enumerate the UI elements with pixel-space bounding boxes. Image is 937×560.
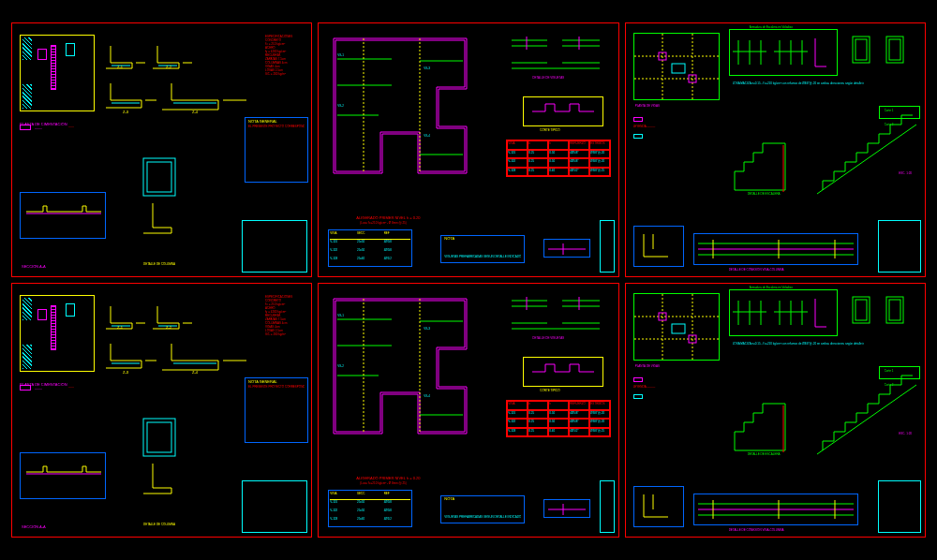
title-block	[878, 480, 921, 533]
z3-label: Z-3	[123, 370, 128, 375]
z4-label: Z-4	[192, 110, 198, 114]
drawing-sheet-grid: PLANTA DE CIMENTACION Z-1 Z-2 Z-3 Z-4 ES…	[0, 0, 937, 560]
title-block	[600, 220, 615, 273]
slab-plan	[326, 293, 495, 448]
notes-title: NOTA GENERAL	[248, 119, 277, 124]
rebar-detail	[733, 293, 834, 332]
stair-label: DETALLE DE ESCALERA	[748, 452, 781, 457]
armadura-title: Armadura de Escalera en Voladizo	[750, 286, 793, 290]
beam-plan-title: PLANTA DE VIGAS	[635, 104, 660, 109]
svg-rect-48	[143, 419, 175, 456]
detail-box-bl	[633, 226, 684, 267]
svg-rect-78	[889, 300, 900, 320]
slab-title: ALIGERADO PRIMER NIVEL h = 0.20	[356, 476, 420, 480]
title-block	[878, 220, 921, 273]
sheet-e1-top: PLANTA DE CIMENTACION Z-1 Z-2 Z-3 Z-4 ES…	[11, 22, 312, 277]
z4-label: Z-4	[192, 370, 198, 375]
stair-notes: LOSA MACIZA e=0.15 - f'c=210 kg/cm² con …	[733, 342, 864, 346]
footing-details	[106, 297, 256, 400]
svg-rect-49	[147, 422, 171, 452]
small-sections	[849, 33, 916, 72]
footing-details	[106, 37, 256, 140]
z2-label: Z-2	[166, 65, 171, 69]
legend-swatch	[20, 125, 31, 130]
beam-elev-frame	[693, 233, 858, 265]
corte-label: CORTE TIPICO	[540, 389, 559, 393]
title-block	[242, 480, 307, 533]
svg-rect-31	[672, 64, 685, 73]
z1-label: Z-1	[117, 325, 123, 330]
beam-elev-label: DETALLE DE CONEXION VIGA-COLUMNA	[729, 528, 784, 533]
sheet-e2-bottom: VS-1 VS-2 VS-3 VS-4 DETALLE DE VIGUETAS …	[318, 283, 618, 538]
svg-rect-33	[855, 39, 867, 60]
sheet-e1-bottom: PLANTA DE CIMENTACION Z-1 Z-2 Z-3 Z-4 ES…	[11, 283, 312, 538]
slab-plan	[326, 33, 495, 187]
svg-rect-76	[855, 300, 867, 320]
legend-swatch	[20, 385, 31, 391]
section-label: SECCION A-A	[22, 264, 46, 269]
beam-table: VIGA b h REFUERZO ESTRIBOS V-101 0.25 0.…	[506, 400, 611, 437]
section-frame	[20, 452, 106, 499]
column-label: DETALLE DE COLUMNA	[143, 262, 175, 267]
sheet-e3-top: PLANTA DE VIGAS Armadura de Escalera en …	[625, 22, 926, 277]
slab-subtitle: (Losa f'c=210 kg/cm² - Ø 8mm @.25)	[360, 221, 406, 226]
corte-label: CORTE TIPICO	[540, 128, 559, 133]
slab-title: ALIGERADO PRIMER NIVEL h = 0.20	[356, 215, 420, 220]
beam-plan-title: PLANTA DE VIGAS	[635, 364, 660, 369]
foundation-plan-outline	[20, 35, 95, 111]
mini-section	[543, 239, 590, 258]
title-block	[600, 480, 615, 533]
spec-text: ESPECIFICACIONES CONCRETO f'c = 210 kg/c…	[265, 35, 310, 110]
beam-plan	[633, 33, 720, 100]
z3-label: Z-3	[123, 110, 128, 114]
notes-body: EL PRESENTE PROYECTO CORRESPONDE A UNA V…	[248, 385, 305, 389]
sheet-e3-bottom: PLANTA DE VIGAS Armadura de Escalera en …	[625, 283, 926, 538]
vigueta-detail	[506, 33, 609, 89]
svg-rect-6	[147, 162, 171, 192]
rebar-detail	[733, 33, 834, 72]
spec-text: ESPECIFICACIONES CONCRETO f'c = 210 kg/c…	[265, 295, 310, 370]
beam-plan	[633, 293, 720, 361]
det-viguetas: DETALLE DE VIGUETAS	[532, 76, 564, 81]
det-viguetas: DETALLE DE VIGUETAS	[532, 336, 564, 341]
stair-section	[729, 108, 916, 201]
svg-rect-5	[143, 158, 175, 196]
svg-rect-74	[672, 324, 685, 333]
small-sections	[849, 293, 916, 332]
column-detail	[134, 415, 209, 499]
notes-title: NOTA GENERAL	[248, 379, 277, 384]
title-block	[242, 220, 307, 273]
svg-rect-35	[889, 39, 900, 60]
beam-elev-frame	[693, 494, 858, 525]
z1-label: Z-1	[117, 65, 123, 69]
slab-subtitle: (Losa f'c=210 kg/cm² - Ø 8mm @.25)	[360, 481, 406, 486]
beam-elev-label: DETALLE DE CONEXION VIGA-COLUMNA	[729, 268, 784, 273]
beam-table: VIGA b h REFUERZO ESTRIBOS V-101 0.25 0.…	[506, 140, 611, 177]
detail-box-bl	[633, 486, 684, 527]
section-label: SECCION A-A	[22, 524, 46, 529]
foundation-plan-outline	[20, 295, 95, 372]
mini-section	[543, 499, 590, 518]
section-frame	[20, 192, 106, 239]
armadura-title: Armadura de Escalera en Voladizo	[750, 25, 793, 30]
sheet-e2-top: VS-1 VS-2 VS-3 VS-4 DETALLE DE VIGUETAS …	[318, 22, 618, 277]
stair-label: DETALLE DE ESCALERA	[748, 192, 781, 197]
stair-section	[729, 368, 916, 462]
notes-body: EL PRESENTE PROYECTO CORRESPONDE A UNA V…	[248, 125, 305, 128]
vigueta-detail	[506, 293, 609, 349]
column-label: DETALLE DE COLUMNA	[143, 523, 175, 527]
stair-notes: LOSA MACIZA e=0.15 - f'c=210 kg/cm² con …	[733, 81, 864, 85]
z2-label: Z-2	[166, 325, 171, 330]
column-detail	[134, 155, 209, 239]
